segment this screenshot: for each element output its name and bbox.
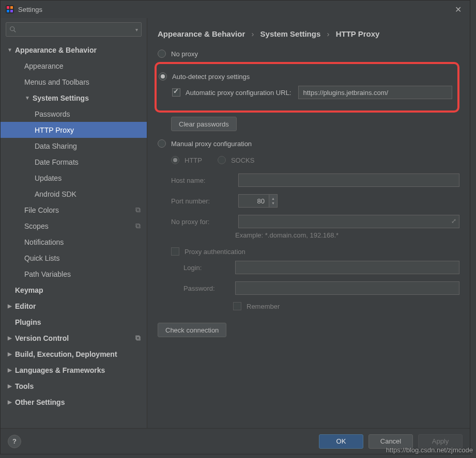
chevron-right-icon: ▶: [7, 335, 13, 341]
clear-passwords-button[interactable]: Clear passwords: [171, 117, 237, 131]
sidebar-item-system-settings[interactable]: ▼System Settings: [1, 90, 147, 106]
breadcrumb-b[interactable]: System Settings: [260, 29, 321, 38]
checkbox-remember[interactable]: Remember: [233, 302, 459, 310]
radio-label: Manual proxy configuration: [171, 140, 252, 148]
sidebar-item-build-execution-deployment[interactable]: ▶Build, Execution, Deployment: [1, 346, 147, 362]
sidebar-item-label: Path Variables: [24, 270, 71, 278]
radio-icon: [159, 72, 167, 81]
sidebar-item-label: Scopes: [24, 222, 49, 230]
radio-http[interactable]: HTTP: [171, 156, 202, 164]
chevron-right-icon: ▶: [7, 351, 13, 357]
breadcrumb-a[interactable]: Appearance & Behavior: [158, 29, 245, 38]
sidebar-item-appearance-behavior[interactable]: ▼Appearance & Behavior: [1, 42, 147, 58]
sidebar-item-keymap[interactable]: Keymap: [1, 282, 147, 298]
sidebar-item-label: Quick Lists: [24, 254, 59, 262]
checkbox-label: Proxy authentication: [185, 248, 245, 256]
sidebar-item-label: Menus and Toolbars: [24, 78, 89, 86]
search-input-wrapper[interactable]: ▾: [6, 22, 142, 37]
sidebar-item-android-sdk[interactable]: Android SDK: [1, 186, 147, 202]
chevron-down-icon[interactable]: ▾: [135, 27, 138, 33]
sidebar-item-tools[interactable]: ▶Tools: [1, 378, 147, 394]
help-button[interactable]: ?: [8, 435, 21, 448]
svg-rect-2: [10, 6, 13, 9]
chevron-down-icon: ▼: [7, 47, 13, 53]
host-label: Host name:: [171, 177, 233, 184]
radio-manual[interactable]: Manual proxy configuration: [158, 139, 459, 148]
chevron-up-icon: ▲: [269, 196, 277, 201]
sidebar-item-scopes[interactable]: Scopes⧉: [1, 218, 147, 234]
sidebar-item-file-colors[interactable]: File Colors⧉: [1, 202, 147, 218]
radio-label: HTTP: [185, 156, 202, 164]
password-label: Password:: [183, 285, 230, 292]
auto-url-input[interactable]: [298, 86, 452, 99]
sidebar-item-label: Passwords: [35, 110, 70, 118]
port-stepper[interactable]: ▲▼: [269, 194, 278, 208]
search-input[interactable]: [19, 26, 135, 34]
noproxy-input[interactable]: [238, 215, 459, 228]
radio-auto-detect[interactable]: Auto-detect proxy settings: [159, 72, 452, 81]
radio-label: No proxy: [171, 50, 198, 58]
window-title: Settings: [18, 6, 452, 13]
sidebar-item-label: Other Settings: [15, 398, 65, 406]
radio-icon: [171, 156, 179, 164]
sidebar-item-languages-frameworks[interactable]: ▶Languages & Frameworks: [1, 362, 147, 378]
noproxy-label: No proxy for:: [171, 218, 233, 226]
sidebar-item-plugins[interactable]: Plugins: [1, 314, 147, 330]
close-icon[interactable]: ✕: [452, 3, 465, 17]
checkbox-label: Automatic proxy configuration URL:: [186, 89, 291, 97]
sidebar-item-path-variables[interactable]: Path Variables: [1, 266, 147, 282]
sidebar-item-updates[interactable]: Updates: [1, 170, 147, 186]
content-panel: Appearance & Behavior › System Settings …: [147, 18, 470, 428]
settings-dialog: Settings ✕ ▾ ▼Appearance & BehaviorAppea…: [0, 0, 470, 454]
sidebar-item-passwords[interactable]: Passwords: [1, 106, 147, 122]
ok-button[interactable]: OK: [319, 434, 363, 449]
sidebar-item-version-control[interactable]: ▶Version Control⧉: [1, 330, 147, 346]
checkbox-icon: [171, 247, 179, 256]
highlighted-region: Auto-detect proxy settings Automatic pro…: [155, 62, 459, 113]
check-connection-button[interactable]: Check connection: [158, 323, 226, 337]
sidebar-item-label: Data Sharing: [35, 142, 77, 150]
radio-icon: [158, 139, 166, 148]
svg-rect-3: [7, 10, 9, 12]
sidebar-item-quick-lists[interactable]: Quick Lists: [1, 250, 147, 266]
sidebar-item-other-settings[interactable]: ▶Other Settings: [1, 394, 147, 410]
copy-icon: ⧉: [135, 206, 141, 214]
checkbox-proxy-auth[interactable]: Proxy authentication: [171, 247, 459, 256]
port-input[interactable]: [238, 194, 269, 208]
sidebar-item-menus-and-toolbars[interactable]: Menus and Toolbars: [1, 74, 147, 90]
chevron-down-icon: ▼: [269, 201, 277, 206]
radio-label: SOCKS: [231, 156, 255, 164]
titlebar: Settings ✕: [1, 1, 470, 18]
expand-icon[interactable]: ⤢: [451, 217, 456, 225]
sidebar-item-label: Appearance: [24, 62, 64, 70]
sidebar-item-appearance[interactable]: Appearance: [1, 58, 147, 74]
port-label: Port number:: [171, 197, 233, 205]
sidebar-item-data-sharing[interactable]: Data Sharing: [1, 138, 147, 154]
login-input[interactable]: [235, 261, 459, 274]
radio-no-proxy[interactable]: No proxy: [158, 50, 459, 58]
sidebar-item-label: Updates: [35, 174, 62, 182]
sidebar-item-label: Keymap: [15, 286, 43, 294]
sidebar-item-label: Date Formats: [35, 158, 79, 166]
radio-socks[interactable]: SOCKS: [218, 156, 255, 164]
chevron-right-icon: ▶: [7, 367, 13, 373]
sidebar-item-date-formats[interactable]: Date Formats: [1, 154, 147, 170]
settings-tree: ▼Appearance & BehaviorAppearanceMenus an…: [1, 40, 147, 428]
sidebar-item-notifications[interactable]: Notifications: [1, 234, 147, 250]
host-input[interactable]: [238, 173, 459, 187]
password-input[interactable]: [235, 281, 459, 295]
breadcrumb-c: HTTP Proxy: [336, 29, 380, 38]
radio-icon: [158, 50, 166, 58]
watermark: https://blog.csdn.net/zjmcode: [386, 446, 473, 454]
sidebar-item-label: System Settings: [33, 94, 89, 102]
sidebar-item-label: Notifications: [24, 238, 64, 246]
checkbox-icon: [172, 88, 180, 97]
checkbox-icon: [233, 302, 241, 310]
sidebar-item-label: File Colors: [24, 206, 59, 214]
checkbox-auto-url[interactable]: Automatic proxy configuration URL:: [172, 86, 452, 99]
sidebar-item-label: Tools: [15, 382, 34, 390]
app-icon: [6, 5, 14, 13]
chevron-down-icon: ▼: [24, 95, 30, 101]
sidebar-item-http-proxy[interactable]: HTTP Proxy: [1, 122, 147, 138]
sidebar-item-editor[interactable]: ▶Editor: [1, 298, 147, 314]
